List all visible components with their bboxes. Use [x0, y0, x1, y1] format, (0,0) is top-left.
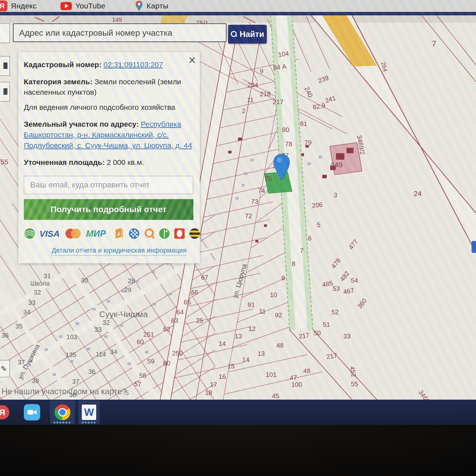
yandex-icon: Я: [0, 0, 7, 11]
cadastral-number-row: Кадастровый номер: 02:31:091103:207: [24, 60, 193, 70]
taskbar-word[interactable]: W: [78, 400, 100, 424]
bookmark-maps[interactable]: Карты: [105, 0, 168, 11]
land-usage: Для ведения личного подсобного хозяйства: [24, 102, 193, 113]
svg-text:VISA: VISA: [39, 229, 60, 238]
mastercard-icon: [64, 228, 82, 239]
maps-pin-icon: [135, 0, 143, 11]
land-category-row: Категория земель: Земли поселений (земли…: [24, 77, 193, 98]
bookmark-yandex[interactable]: Я Яндекс: [0, 0, 37, 11]
map-layers-control[interactable]: [0, 56, 10, 76]
taskbar-chrome[interactable]: [50, 400, 75, 424]
mir-icon: МИР: [86, 228, 110, 239]
taskbar-yandex-browser-icon[interactable]: Я: [0, 405, 9, 419]
wallet-icon: [113, 228, 125, 239]
cadastral-number-link[interactable]: 02:31:091103:207: [104, 60, 163, 69]
word-icon: W: [82, 405, 96, 420]
location-pin-icon: [272, 153, 291, 188]
map-draw-control[interactable]: ✎: [0, 360, 10, 377]
mts-icon: [174, 228, 185, 239]
search-input[interactable]: [13, 23, 227, 42]
youtube-icon: [60, 2, 72, 10]
beeline-icon: [189, 228, 201, 239]
area-row: Уточненная площадь: 2 000 кв.м.: [24, 157, 193, 168]
cadastral-number-label: Кадастровый номер:: [24, 60, 101, 69]
sberbank-icon: [24, 228, 36, 239]
qiwi-icon: [143, 228, 155, 239]
payment-methods-row: VISAМИР: [24, 227, 193, 240]
zoom-camera-icon: [24, 404, 40, 420]
screen: 14975/110484 А926423923421821724024182,9…: [0, 0, 476, 400]
address-row: Земельный участок по адресу: Республика …: [24, 119, 193, 151]
area-label: Уточненная площадь:: [24, 158, 105, 166]
taskbar-zoom-app[interactable]: [9, 400, 40, 424]
chrome-icon: [55, 404, 70, 420]
report-details-link[interactable]: Детали отчета и юридическая информация: [52, 247, 186, 256]
magnifier-icon: [231, 31, 237, 37]
laptop-bezel: ASUS: [0, 425, 476, 476]
map-footer-hint: Не нашли участок/дом на карте?: [1, 387, 126, 396]
bookmarks-bar: Я Яндекс YouTube Карты: [0, 0, 476, 12]
bookmark-youtube[interactable]: YouTube: [37, 2, 105, 10]
map-zoom-control[interactable]: [0, 23, 10, 43]
webmoney-icon: [128, 228, 140, 239]
map-side-control[interactable]: [472, 241, 476, 253]
taskbar: Я W: [0, 400, 476, 425]
parcel-info-panel: × Кадастровый номер: 02:31:091103:207 Ка…: [18, 52, 200, 263]
get-report-button[interactable]: Получить подробный отчет: [24, 199, 193, 220]
bookmark-maps-label: Карты: [147, 2, 168, 10]
bookmark-yandex-label: Яндекс: [11, 2, 37, 10]
area-value: 2 000 кв.м.: [107, 158, 144, 166]
search-button[interactable]: Найти: [228, 25, 267, 44]
close-icon[interactable]: ×: [188, 54, 196, 66]
browser-edge: [0, 12, 476, 15]
visa-icon: VISA: [39, 228, 61, 239]
bookmark-youtube-label: YouTube: [75, 2, 105, 10]
get-report-button-label: Получить подробный отчет: [51, 205, 167, 214]
address-label: Земельный участок по адресу:: [24, 120, 139, 128]
land-category-label: Категория земель:: [24, 78, 92, 86]
map-tools-control[interactable]: [0, 82, 10, 102]
laptop-photo: 14975/110484 А926423923421821724024182,9…: [0, 0, 476, 476]
megafon-icon: [158, 228, 170, 239]
svg-text:МИР: МИР: [86, 229, 106, 239]
search-bar: Найти: [13, 23, 267, 44]
search-button-label: Найти: [240, 30, 264, 39]
email-input[interactable]: [24, 176, 193, 194]
